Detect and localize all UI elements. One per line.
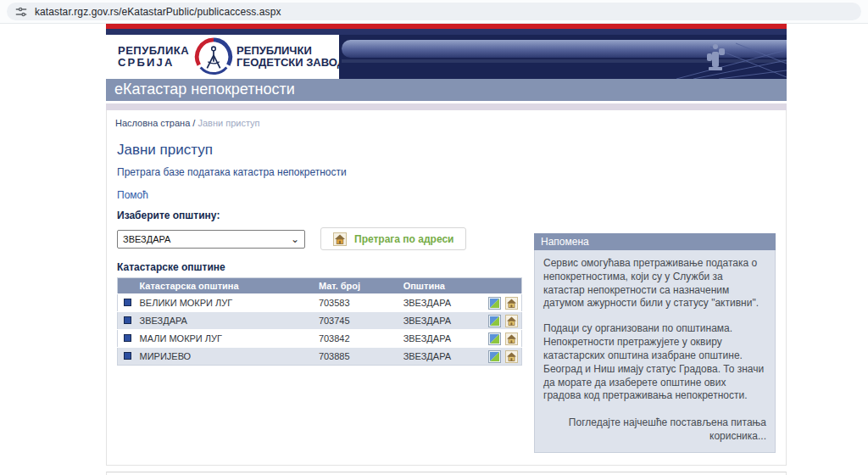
masthead-logo-area: РЕПУБЛИКА СРБИЈА РЕПУБЛИЧКИ ГЕОДЕТСКИ ЗА… (106, 35, 339, 79)
url-pill[interactable]: katastar.rgz.gov.rs/eKatastarPublic/publ… (7, 3, 861, 20)
rgz-logo-icon (194, 37, 233, 76)
cadastral-municipalities-title: Катастарске општине (117, 261, 534, 273)
parcel-map-icon[interactable] (488, 350, 501, 363)
table-header-row: Катастарска општина Мат. број Општина (118, 278, 522, 294)
note-paragraph-1: Сервис омогућава претраживање података о… (543, 257, 766, 310)
cell-name: МИРИЈЕВО (136, 348, 314, 366)
cell-name: ЗВЕЗДАРА (136, 312, 314, 330)
municipality-select-value: ЗВЕЗДАРА (123, 234, 291, 244)
table-row: ВЕЛИКИ МОКРИ ЛУГ 703583 ЗВЕЗДАРА (118, 294, 522, 312)
house-search-icon[interactable] (505, 315, 518, 327)
note-box: Напомена Сервис омогућава претраживање п… (534, 233, 776, 453)
row-bullet-icon (124, 334, 131, 342)
table-row: ЗВЕЗДАРА 703745 ЗВЕЗДАРА (118, 312, 522, 330)
parcel-map-icon[interactable] (488, 332, 501, 345)
help-link[interactable]: Помоћ (117, 189, 148, 201)
browser-address-bar: katastar.rgz.gov.rs/eKatastarPublic/publ… (0, 0, 868, 24)
masthead-banner (339, 35, 787, 79)
table-header-bullet (118, 278, 136, 294)
municipality-select-label: Изаберите општину: (117, 210, 534, 221)
cell-name: ВЕЛИКИ МОКРИ ЛУГ (136, 294, 314, 312)
faq-link[interactable]: Погледајте најчешће постављена питања ко… (543, 416, 766, 444)
agency-name-label: РЕПУБЛИЧКИ ГЕОДЕТСКИ ЗАВОД (236, 45, 345, 68)
cell-mat-broj: 703745 (315, 312, 400, 330)
chevron-down-icon: ⌄ (291, 235, 299, 243)
page-title: Јавни приступ (117, 142, 786, 159)
house-search-icon[interactable] (505, 350, 518, 363)
table-header-mat-broj: Мат. број (315, 278, 400, 294)
note-body: Сервис омогућава претраживање података о… (534, 250, 776, 453)
content-area: Насловна страна / Јавни приступ Јавни пр… (106, 110, 787, 466)
site-settings-icon[interactable] (15, 6, 27, 18)
house-search-icon[interactable] (505, 332, 518, 345)
note-title: Напомена (534, 233, 776, 250)
municipality-select[interactable]: ЗВЕЗДАРА ⌄ (117, 230, 305, 249)
parcel-map-icon[interactable] (488, 297, 501, 310)
top-navy-stripe (106, 29, 787, 35)
cadastral-municipalities-table: Катастарска општина Мат. број Општина ВЕ… (117, 277, 522, 366)
cell-name: МАЛИ МОКРИ ЛУГ (136, 330, 314, 348)
footer: Републички геодетски завод 2008-2025 (106, 472, 787, 475)
table-header-actions (484, 278, 521, 294)
breadcrumb: Насловна страна / Јавни приступ (107, 110, 786, 128)
republic-serbia-label: РЕПУБЛИКА СРБИЈА (118, 45, 189, 70)
row-bullet-icon (124, 352, 131, 360)
theodolite-banner-art (659, 35, 787, 79)
address-search-button-label: Претрага по адреси (354, 233, 453, 245)
site-container: РЕПУБЛИКА СРБИЈА РЕПУБЛИЧКИ ГЕОДЕТСКИ ЗА… (106, 24, 787, 475)
url-text[interactable]: katastar.rgz.gov.rs/eKatastarPublic/publ… (35, 6, 281, 18)
note-paragraph-2: Подаци су организовани по општинама. Неп… (543, 322, 766, 403)
cell-opstina: ЗВЕЗДАРА (400, 312, 485, 330)
search-panel: Изаберите општину: ЗВЕЗДАРА ⌄ Претр (117, 210, 534, 453)
table-header-name: Катастарска општина (136, 278, 314, 294)
masthead: РЕПУБЛИКА СРБИЈА РЕПУБЛИЧКИ ГЕОДЕТСКИ ЗА… (106, 35, 787, 79)
house-search-icon[interactable] (505, 297, 518, 310)
cell-mat-broj: 703842 (315, 330, 400, 348)
cell-mat-broj: 703583 (315, 294, 400, 312)
cell-opstina: ЗВЕЗДАРА (400, 348, 485, 366)
table-row: МАЛИ МОКРИ ЛУГ 703842 ЗВЕЗДАРА (118, 330, 522, 348)
address-search-button[interactable]: Претрага по адреси (320, 227, 466, 250)
house-icon (333, 232, 347, 246)
app-title: еКатастар непокретности (114, 81, 295, 98)
page-subtitle: Претрага базе података катастра непокрет… (117, 166, 786, 178)
breadcrumb-home-link[interactable]: Насловна страна (115, 118, 190, 128)
breadcrumb-current: Јавни приступ (198, 118, 259, 128)
cell-opstina: ЗВЕЗДАРА (400, 330, 485, 348)
table-row: МИРИЈЕВО 703885 ЗВЕЗДАРА (118, 348, 522, 366)
parcel-map-icon[interactable] (488, 315, 501, 327)
row-bullet-icon (124, 299, 131, 306)
cell-opstina: ЗВЕЗДАРА (400, 294, 485, 312)
app-title-bar: еКатастар непокретности (106, 79, 787, 101)
row-bullet-icon (124, 316, 131, 324)
cell-mat-broj: 703885 (315, 348, 400, 366)
table-header-opstina: Општина (400, 278, 485, 294)
lavender-stripe (106, 103, 787, 110)
